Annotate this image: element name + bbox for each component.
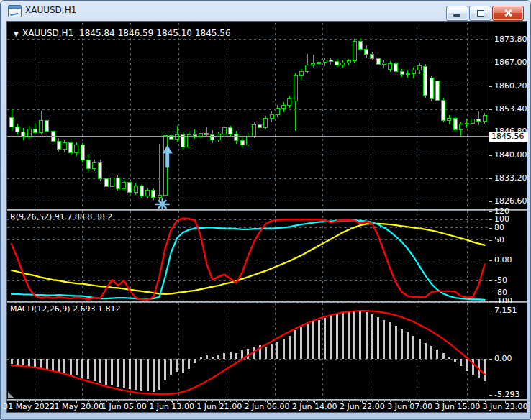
axis-tick xyxy=(489,201,492,202)
restore-icon xyxy=(477,10,484,17)
chart-symbol: XAUUSD,H1 xyxy=(22,28,73,38)
axis-tick xyxy=(489,155,492,156)
current-price-badge: 1845.56 xyxy=(489,132,528,142)
window-titlebar[interactable]: XAUUSD,H1 xyxy=(1,1,530,21)
macd-axis-label: 0.00 xyxy=(494,355,512,363)
time-minor-tick xyxy=(148,401,148,402)
oscillator-label: R(9,26,52) 91.7 88.8 38.2 xyxy=(10,212,112,222)
macd-label: MACD(12,26,9) 2.693 1.812 xyxy=(10,304,121,314)
time-axis-label: 3 Jun 23:00 xyxy=(483,402,528,411)
axis-tick xyxy=(489,211,492,212)
ohlc-close: 1845.56 xyxy=(195,28,231,38)
close-icon xyxy=(504,9,512,17)
minimize-icon xyxy=(453,14,460,17)
axis-tick xyxy=(489,301,492,302)
axis-tick xyxy=(489,280,492,281)
time-axis[interactable]: 31 May 202231 May 20:001 Jun 05:001 Jun … xyxy=(7,401,527,412)
oscillator-axis-label: 50 xyxy=(494,236,504,245)
axis-tick xyxy=(489,240,492,241)
chart-client-area: ▼XAUUSD,H1 1845.841846.591845.101845.56 … xyxy=(6,21,527,413)
axis-tick xyxy=(489,109,492,110)
macd-panel[interactable] xyxy=(7,303,489,399)
axis-tick xyxy=(489,40,492,40)
time-axis-label: 3 Jun 07:00 xyxy=(387,402,432,411)
chart-ohlc-header: ▼XAUUSD,H1 1845.841846.591845.101845.56 xyxy=(14,28,234,38)
price-axis-label: 1826.60 xyxy=(494,197,527,206)
price-axis-label: 1873.80 xyxy=(494,35,527,44)
price-axis[interactable]: 1873.801867.001860.201853.401846.801840.… xyxy=(489,22,527,401)
candles xyxy=(10,38,487,201)
time-axis-label: 2 Jun 06:00 xyxy=(245,402,290,411)
axis-tick xyxy=(489,395,492,396)
axis-tick xyxy=(489,260,492,261)
window-controls xyxy=(446,6,524,21)
axis-tick xyxy=(489,63,492,63)
macd-axis-label: 7.151 xyxy=(494,306,517,315)
oscillator-axis-label: 80 xyxy=(494,224,504,232)
ohlc-high: 1846.59 xyxy=(118,28,154,38)
oscillator-axis-label: -100 xyxy=(494,297,512,306)
price-chart-panel[interactable]: ▼XAUUSD,H1 1845.841846.591845.101845.56 xyxy=(7,23,489,209)
minimize-button[interactable] xyxy=(446,6,468,21)
close-button[interactable] xyxy=(492,6,524,21)
axis-tick xyxy=(489,178,492,179)
axis-tick xyxy=(489,228,492,229)
price-axis-label: 1833.20 xyxy=(494,174,527,183)
macd-axis-label: -5.293 xyxy=(494,391,519,399)
time-minor-tick xyxy=(195,401,196,402)
axis-tick xyxy=(489,219,492,220)
price-axis-label: 1853.40 xyxy=(494,105,527,114)
star-icon xyxy=(156,199,169,209)
time-axis-label: 2 Jun 14:00 xyxy=(292,402,337,411)
time-axis-label: 2 Jun 22:00 xyxy=(340,402,385,411)
time-axis-label: 31 May 2022 xyxy=(3,402,55,411)
candlestick-chart[interactable] xyxy=(7,23,489,209)
panel-resize-grip xyxy=(8,392,14,398)
time-axis-label: 31 May 20:00 xyxy=(49,402,103,411)
time-axis-label: 3 Jun 15:00 xyxy=(435,402,480,411)
time-axis-label: 1 Jun 21:00 xyxy=(196,402,242,411)
oscillator-axis-label: 0.00 xyxy=(494,256,512,265)
restore-button[interactable] xyxy=(469,6,491,21)
mt4-chart-window: XAUUSD,H1 ▼XAUUSD,H1 1845.841846.591845.… xyxy=(0,0,531,420)
axis-tick xyxy=(489,293,492,293)
ohlc-open: 1845.84 xyxy=(79,28,115,38)
grid xyxy=(7,23,489,209)
axis-tick xyxy=(489,311,492,311)
window-title: XAUUSD,H1 xyxy=(25,5,76,15)
oscillator-axis-label: -50 xyxy=(494,276,507,285)
axis-tick xyxy=(489,86,492,87)
macd-chart[interactable] xyxy=(7,303,489,399)
price-axis-label: 1840.00 xyxy=(494,151,527,160)
price-axis-label: 1867.00 xyxy=(494,58,527,67)
time-axis-label: 1 Jun 13:00 xyxy=(149,402,194,411)
time-minor-tick xyxy=(242,401,243,402)
ohlc-low: 1845.10 xyxy=(156,28,192,38)
symbol-dropdown-icon[interactable]: ▼ xyxy=(14,30,19,37)
price-axis-label: 1860.20 xyxy=(494,82,527,91)
oscillator-chart[interactable] xyxy=(7,211,489,301)
time-axis-label: 1 Jun 05:00 xyxy=(101,402,147,411)
wpr-signal-line xyxy=(12,224,485,294)
oscillator-panel[interactable] xyxy=(7,211,489,301)
axis-tick xyxy=(489,359,492,360)
chart-window-icon xyxy=(8,5,22,17)
